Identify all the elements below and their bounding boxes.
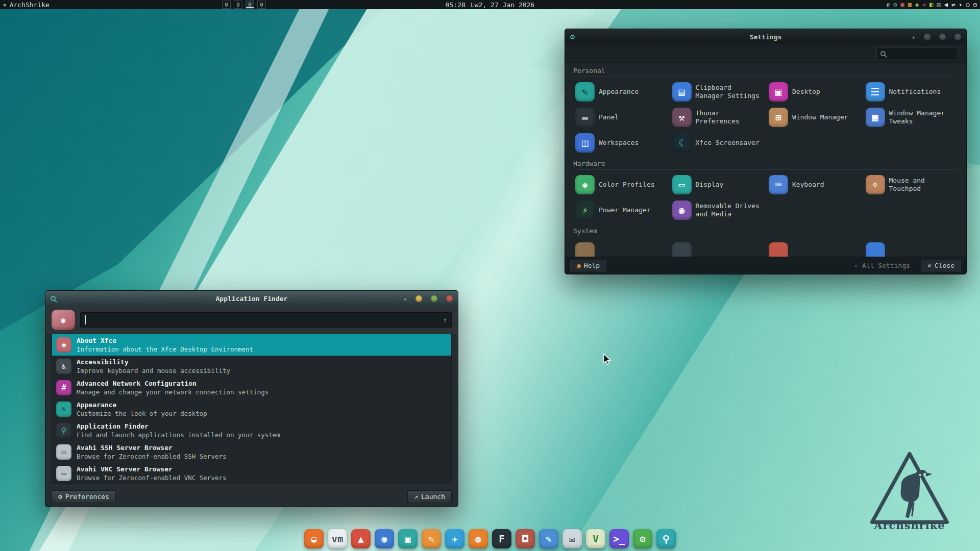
network-config-icon: # (56, 380, 71, 395)
section-header-personal: Personal (573, 67, 958, 77)
settings-item[interactable]: ◫ Workspaces (573, 131, 668, 155)
search-icon (880, 51, 886, 56)
settings-item[interactable]: ⌨ Keyboard (767, 173, 862, 196)
bluetooth-icon[interactable]: ✦ (959, 0, 962, 9)
screenshot-tool-icon[interactable]: ▣ (398, 529, 418, 548)
settings-item[interactable] (767, 240, 862, 257)
settings-item[interactable]: ☾ Xfce Screensaver (670, 131, 765, 155)
settings-item-label: Mouse and Touchpad (889, 177, 957, 192)
settings-item[interactable] (864, 240, 959, 257)
settings-item-label: Power Manager (599, 206, 651, 214)
shade-button[interactable]: ▴ (403, 295, 407, 302)
chat-notification-icon[interactable]: ▣ (900, 0, 904, 9)
all-settings-button[interactable]: ← All Settings (848, 260, 917, 271)
workspace-button[interactable]: 0 (257, 1, 266, 9)
application-list-item[interactable]: ▭ Avahi SSH Server Browser Browse for Ze… (52, 441, 451, 463)
shade-button[interactable]: ▴ (912, 34, 915, 40)
clock-applet-icon[interactable]: ◷ (973, 0, 977, 9)
screen-recorder-icon[interactable]: ◉ (375, 529, 394, 548)
settings-item[interactable]: ⚡ Power Manager (573, 198, 668, 222)
power-icon[interactable]: ○ (966, 0, 970, 9)
power-manager-icon: ⚡ (575, 201, 595, 220)
launch-icon: ↗ (414, 493, 418, 500)
settings-titlebar[interactable]: ⚙ Settings ▴ (565, 29, 966, 44)
volume-icon[interactable]: ◀ (944, 0, 948, 9)
settings-item[interactable]: ▦ Window Manager Tweaks (864, 106, 959, 129)
clipboard-icon[interactable]: ▤ (937, 0, 941, 9)
settings-item[interactable]: ▭ Display (670, 173, 765, 196)
freetube-icon[interactable]: F (492, 529, 511, 548)
distro-menu-icon[interactable]: ❖ (3, 2, 7, 8)
package-update-icon[interactable]: ⚙ (893, 0, 897, 9)
application-list-item[interactable]: ✱ About Xfce Information about the Xfce … (52, 334, 451, 356)
settings-item-label: Color Profiles (599, 181, 655, 189)
text-editor-icon[interactable]: ✎ (539, 529, 558, 548)
app-title: Avahi SSH Server Browser (77, 444, 227, 452)
compositor-icon[interactable]: ⇵ (886, 0, 890, 9)
application-list-item[interactable]: ✎ Appearance Customize the look of your … (52, 398, 451, 420)
settings-item-label: Keyboard (792, 181, 824, 189)
settings-search-input[interactable] (876, 47, 958, 59)
archshrike-watermark: Archshrike (869, 450, 950, 532)
vmware-icon[interactable]: vm (328, 529, 347, 548)
application-list-item[interactable]: ▭ Avahi VNC Server Browser Browse for Ze… (52, 463, 451, 484)
application-list-item[interactable]: ⚲ Application Finder Find and launch app… (52, 420, 451, 441)
workspace-button[interactable]: 0 (246, 1, 254, 9)
maximize-button[interactable] (431, 295, 437, 302)
vim-icon[interactable]: V (586, 529, 605, 548)
clock[interactable]: 05:28 Lw2, 27 Jan 2026 (446, 1, 534, 9)
workspace-button[interactable]: 0 (222, 1, 231, 9)
appearance-icon: ✎ (56, 402, 71, 417)
workspace-button[interactable]: 0 (234, 1, 242, 9)
close-button[interactable]: ✕ Close (921, 260, 961, 271)
annotation-tool-icon[interactable]: ✎ (422, 529, 441, 548)
minimize-button[interactable] (415, 295, 422, 302)
settings-item[interactable]: ▬ Panel (573, 106, 668, 129)
settings-item[interactable]: ✎ Appearance (573, 80, 668, 104)
system-item-icon (575, 242, 595, 257)
telegram-icon[interactable]: ✈ (445, 529, 464, 548)
application-list-item[interactable]: ♿ Accessibility Improve keyboard and mou… (52, 356, 451, 377)
launch-button[interactable]: ↗ Launch (407, 490, 452, 503)
brave-icon[interactable]: ▲ (351, 529, 371, 548)
close-button[interactable] (446, 295, 453, 302)
preferences-button[interactable]: ⚙ Preferences (52, 490, 116, 503)
settings-item[interactable]: ⊞ Window Manager (767, 106, 862, 129)
terminal-icon[interactable]: >_ (609, 529, 629, 548)
camera-app-icon[interactable]: ◘ (516, 529, 535, 548)
application-list-item[interactable]: # Advanced Network Configuration Manage … (52, 377, 451, 398)
finder-toolbar: ✱ ↑ (45, 306, 458, 334)
settings-item[interactable]: ☰ Notifications (864, 80, 959, 104)
network-icon[interactable]: ⇄ (951, 0, 955, 9)
search-input[interactable]: ↑ (80, 312, 452, 328)
xfce-about-icon: ✱ (56, 337, 71, 353)
settings-item[interactable]: ◈ Color Profiles (573, 173, 668, 196)
downloader-icon[interactable]: ◍ (469, 529, 488, 548)
keyboard-layout-icon[interactable]: ◧ (929, 0, 933, 9)
help-button[interactable]: ◉ Help (570, 260, 606, 271)
application-finder-window: Application Finder ▴ ✱ ↑ ✱ About Xfce In… (45, 290, 458, 507)
maximize-button[interactable] (939, 34, 946, 40)
session-close-icon[interactable]: ✕ (922, 0, 926, 9)
settings-item[interactable]: ▤ Clipboard Manager Settings (670, 80, 765, 104)
close-button[interactable] (954, 34, 961, 40)
color-profiles-icon: ◈ (575, 175, 595, 194)
settings-item[interactable] (670, 240, 765, 257)
section-header-hardware: Hardware (573, 160, 958, 170)
mail-client-icon[interactable]: ✉ (562, 529, 582, 548)
settings-item[interactable]: ⌖ Mouse and Touchpad (864, 173, 959, 196)
settings-item[interactable] (573, 240, 668, 257)
appfinder-icon: ✱ (52, 310, 75, 330)
settings-item[interactable]: ▣ Desktop (767, 80, 862, 104)
system-item-icon (866, 242, 885, 257)
application-finder-icon[interactable]: ⚲ (656, 529, 676, 548)
run-arrow-icon[interactable]: ↑ (443, 316, 447, 324)
android-connect-icon[interactable]: ◆ (915, 0, 919, 9)
minimize-button[interactable] (924, 34, 930, 40)
web-browser-icon[interactable]: ◒ (304, 529, 324, 548)
settings-manager-icon[interactable]: ⚙ (633, 529, 652, 548)
file-sync-icon[interactable]: ▦ (908, 0, 912, 9)
finder-titlebar[interactable]: Application Finder ▴ (45, 291, 458, 306)
settings-item[interactable]: ◉ Removable Drives and Media (670, 198, 765, 222)
settings-item[interactable]: ⚒ Thunar Preferences (670, 106, 765, 129)
